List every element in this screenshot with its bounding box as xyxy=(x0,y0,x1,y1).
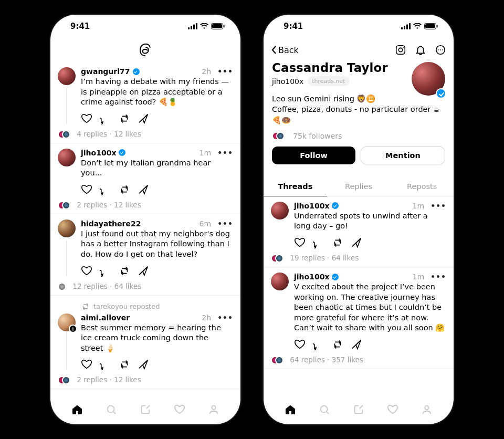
post-body: I’m having a debate with my friends — is… xyxy=(81,77,233,108)
repost-button[interactable] xyxy=(332,339,343,350)
post[interactable]: hidayathere22 6m ••• I just found out th… xyxy=(50,214,240,296)
nav-activity[interactable] xyxy=(172,402,187,417)
share-button[interactable] xyxy=(351,339,362,350)
post-stats[interactable]: 12 replies · 64 likes xyxy=(58,282,233,291)
share-button[interactable] xyxy=(138,265,149,277)
post-menu-button[interactable]: ••• xyxy=(430,205,446,207)
username[interactable]: gwangurl77 xyxy=(81,67,130,76)
avatar[interactable] xyxy=(58,149,76,166)
reply-button[interactable] xyxy=(100,359,111,370)
post-time: 2h xyxy=(202,67,211,76)
username[interactable]: hidayathere22 xyxy=(81,220,141,228)
post-menu-button[interactable]: ••• xyxy=(217,317,233,319)
post[interactable]: jiho100x 1m ••• Underrated spots to unwi… xyxy=(264,196,454,267)
post-time: 1m xyxy=(413,273,425,281)
repost-button[interactable] xyxy=(119,113,130,124)
post-stats[interactable]: 19 replies · 64 likes xyxy=(271,254,446,263)
username[interactable]: jiho100x xyxy=(294,202,329,210)
svg-point-17 xyxy=(398,48,402,51)
username[interactable]: jiho100x xyxy=(81,149,116,157)
domain-chip[interactable]: threads.net xyxy=(308,76,349,86)
svg-rect-0 xyxy=(188,27,190,29)
post-stats[interactable]: 2 replies · 12 likes xyxy=(58,375,233,384)
post[interactable]: jiho100x 1m ••• V excited about the proj… xyxy=(264,267,454,369)
post[interactable]: jiho100x 1m ••• Don’t let my Italian gra… xyxy=(50,143,240,214)
post[interactable]: gwangurl77 2h ••• I’m having a debate wi… xyxy=(50,62,240,143)
nav-profile[interactable] xyxy=(206,402,222,417)
notifications-icon[interactable] xyxy=(415,44,426,56)
reply-button[interactable] xyxy=(100,113,111,124)
post-time: 6m xyxy=(200,220,212,228)
like-button[interactable] xyxy=(81,359,92,370)
post-menu-button[interactable]: ••• xyxy=(217,70,233,72)
tab-replies[interactable]: Replies xyxy=(327,177,391,196)
reply-button[interactable] xyxy=(100,265,111,277)
avatar[interactable]: + xyxy=(58,313,76,331)
username[interactable]: jiho100x xyxy=(294,273,329,281)
like-button[interactable] xyxy=(81,113,92,124)
nav-profile[interactable] xyxy=(419,402,435,417)
like-button[interactable] xyxy=(294,237,306,248)
like-button[interactable] xyxy=(294,339,306,350)
battery-icon xyxy=(424,23,438,29)
reply-avatars-icon xyxy=(271,254,284,263)
post-stats[interactable]: 2 replies · 12 likes xyxy=(58,201,233,210)
wifi-icon xyxy=(200,23,208,29)
like-button[interactable] xyxy=(81,184,92,195)
back-button[interactable]: Back xyxy=(271,45,299,55)
avatar[interactable] xyxy=(271,273,289,290)
repost-button[interactable] xyxy=(119,359,130,370)
post-stats[interactable]: 64 replies · 357 likes xyxy=(271,356,446,364)
tab-threads[interactable]: Threads xyxy=(264,177,327,196)
post[interactable]: tarekoyou reposted + aimi.allover 2h •••… xyxy=(50,296,240,390)
profile-content[interactable]: Cassandra Taylor jiho100x threads.net Le… xyxy=(264,57,454,395)
more-icon[interactable] xyxy=(435,44,446,56)
svg-rect-9 xyxy=(401,27,403,29)
avatar[interactable] xyxy=(58,67,76,85)
repost-button[interactable] xyxy=(119,265,130,277)
battery-icon xyxy=(211,23,225,29)
cellular-icon xyxy=(401,23,411,29)
post-menu-button[interactable]: ••• xyxy=(430,276,446,278)
post-body: Underrated spots to unwind after a long … xyxy=(294,211,446,232)
like-button[interactable] xyxy=(81,265,92,277)
post-menu-button[interactable]: ••• xyxy=(217,223,233,225)
avatar[interactable] xyxy=(271,202,289,220)
instagram-icon[interactable] xyxy=(395,44,406,56)
nav-home[interactable] xyxy=(282,402,298,417)
share-button[interactable] xyxy=(351,237,362,248)
reply-button[interactable] xyxy=(100,184,111,195)
nav-compose[interactable] xyxy=(351,402,366,417)
status-time: 9:41 xyxy=(284,22,303,31)
svg-point-22 xyxy=(442,49,443,50)
followers-row[interactable]: 75k followers xyxy=(272,132,445,140)
avatar[interactable] xyxy=(58,220,76,237)
thread-line xyxy=(66,241,67,276)
mention-button[interactable]: Mention xyxy=(361,147,445,164)
feed[interactable]: gwangurl77 2h ••• I’m having a debate wi… xyxy=(50,62,240,395)
follow-button[interactable]: Follow xyxy=(272,147,355,164)
nav-compose[interactable] xyxy=(138,402,153,417)
nav-search[interactable] xyxy=(103,402,119,417)
reply-button[interactable] xyxy=(313,237,324,248)
share-button[interactable] xyxy=(138,113,149,124)
profile-name: Cassandra Taylor xyxy=(272,61,445,75)
repost-button[interactable] xyxy=(119,184,130,195)
repost-note: tarekoyou reposted xyxy=(81,302,233,311)
post-body: I just found out that my neighbor's dog … xyxy=(81,229,233,260)
tab-reposts[interactable]: Reposts xyxy=(390,177,454,196)
nav-home[interactable] xyxy=(69,402,85,417)
nav-activity[interactable] xyxy=(385,402,401,417)
profile-handle-row: jiho100x threads.net xyxy=(272,76,445,86)
share-button[interactable] xyxy=(138,359,149,370)
phone-profile: 9:41 Back Cassandra Taylor jiho100x thre… xyxy=(264,15,454,424)
svg-point-21 xyxy=(440,49,441,50)
svg-point-7 xyxy=(107,406,114,413)
username[interactable]: aimi.allover xyxy=(81,313,130,322)
reply-button[interactable] xyxy=(313,339,324,350)
repost-button[interactable] xyxy=(332,237,343,248)
nav-search[interactable] xyxy=(317,402,332,417)
post-stats[interactable]: 4 replies · 12 likes xyxy=(58,130,233,139)
post-menu-button[interactable]: ••• xyxy=(217,152,233,154)
share-button[interactable] xyxy=(138,184,149,195)
